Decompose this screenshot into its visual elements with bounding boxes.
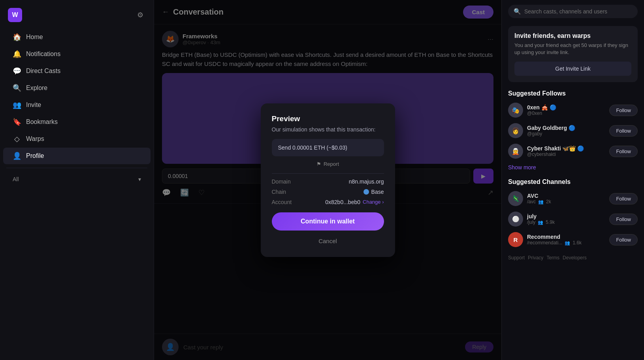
account-value: 0x82b0...beb0 Change › (325, 199, 384, 205)
show-more-button[interactable]: Show more (508, 164, 638, 171)
search-input[interactable] (524, 8, 632, 15)
explore-icon: 🔍 (13, 84, 21, 92)
domain-row: Domain n8n.majus.org (272, 178, 384, 185)
channel-avatar: R (508, 232, 523, 247)
sidebar-item-invite[interactable]: 👥Invite (3, 97, 151, 113)
change-account-link[interactable]: Change › (363, 199, 384, 205)
bookmarks-icon: 🔖 (13, 118, 21, 126)
sidebar-item-label: Explore (26, 84, 47, 92)
sidebar-item-warps[interactable]: ◇Warps (3, 131, 151, 147)
left-sidebar: W ⚙ 🏠Home🔔Notifications💬Direct Casts🔍Exp… (0, 0, 154, 360)
invite-card: Invite friends, earn warps You and your … (508, 26, 638, 82)
suggested-channel-item: 🦎 AVC /avc 👥 2k Follow (508, 191, 638, 206)
footer-link-terms[interactable]: Terms (546, 255, 559, 261)
sidebar-item-label: Bookmarks (26, 118, 58, 126)
sidebar-item-label: Invite (26, 101, 41, 109)
follow-info: Cyber Shakti 🦋👑 🔵 @cybershakti (527, 145, 605, 157)
account-label: Account (272, 199, 292, 205)
suggested-follows-title: Suggested Follows (508, 90, 638, 97)
channel-name: july (527, 213, 605, 219)
right-sidebar: 🔍 Invite friends, earn warps You and you… (502, 0, 644, 360)
follow-button[interactable]: Follow (609, 105, 638, 116)
sidebar-item-profile[interactable]: 👤Profile (3, 148, 151, 164)
search-box: 🔍 (508, 5, 638, 18)
chain-label: Chain (272, 189, 286, 195)
warps-icon: ◇ (13, 135, 21, 143)
sidebar-item-label: Warps (26, 135, 44, 142)
members-icon: 👥 (538, 220, 543, 225)
flag-icon: ⚑ (316, 161, 321, 167)
modal-subtitle: Our simulation shows that this transacti… (272, 126, 384, 133)
sidebar-item-label: Home (26, 34, 43, 41)
tx-text: Send 0.00001 ETH (~$0.03) (278, 144, 378, 151)
modal-overlay: Preview Our simulation shows that this t… (154, 0, 501, 360)
domain-label: Domain (272, 178, 291, 185)
members-icon: 👥 (565, 240, 570, 246)
channel-follow-button[interactable]: Follow (609, 214, 638, 225)
get-invite-link-button[interactable]: Get Invite Link (514, 62, 631, 76)
sidebar-item-home[interactable]: 🏠Home (3, 29, 151, 45)
suggested-follow-item: 🎭 0xen 🎪 🔵 @0xen Follow (508, 103, 638, 118)
follow-info: 0xen 🎪 🔵 @0xen (527, 104, 605, 116)
home-icon: 🏠 (13, 33, 21, 41)
channel-info: Recommend /recommendati... 👥 1.6k (527, 234, 605, 246)
tx-box: Send 0.00001 ETH (~$0.03) (272, 139, 384, 156)
account-row: Account 0x82b0...beb0 Change › (272, 199, 384, 205)
suggested-channels-title: Suggested Channels (508, 178, 638, 186)
chain-value: Base (363, 189, 384, 195)
cancel-button[interactable]: Cancel (272, 234, 384, 248)
nav-list: 🏠Home🔔Notifications💬Direct Casts🔍Explore… (0, 28, 154, 165)
channel-avatar: 🦎 (508, 191, 523, 206)
channel-meta: /july 👥 5.9k (527, 219, 605, 225)
sidebar-item-notifications[interactable]: 🔔Notifications (3, 46, 151, 62)
sidebar-header: W ⚙ (0, 5, 154, 28)
channel-name: Recommend (527, 234, 605, 240)
footer: SupportPrivacyTermsDevelopers (508, 255, 638, 261)
settings-icon[interactable]: ⚙ (135, 9, 146, 21)
suggested-follows-list: 🎭 0xen 🎪 🔵 @0xen Follow 👩 Gaby Goldberg … (508, 103, 638, 159)
members-icon: 👥 (538, 199, 544, 204)
follow-handle: @cybershakti (527, 152, 605, 157)
invite-icon: 👥 (13, 101, 21, 109)
follow-avatar: 👩 (508, 123, 523, 138)
direct-casts-icon: 💬 (13, 67, 21, 75)
follow-name: Cyber Shakti 🦋👑 🔵 (527, 145, 605, 152)
invite-description: You and your friend each get 50 warps if… (514, 42, 631, 56)
chain-dot-icon (363, 189, 369, 195)
footer-link-privacy[interactable]: Privacy (528, 255, 543, 261)
domain-value: n8n.majus.org (349, 178, 384, 185)
preview-modal: Preview Our simulation shows that this t… (261, 103, 395, 257)
follow-button[interactable]: Follow (609, 125, 638, 137)
sidebar-item-bookmarks[interactable]: 🔖Bookmarks (3, 114, 151, 130)
sidebar-item-direct-casts[interactable]: 💬Direct Casts (3, 63, 151, 79)
follow-handle: @0xen (527, 111, 605, 116)
suggested-channel-item: R Recommend /recommendati... 👥 1.6k Foll… (508, 232, 638, 247)
report-button[interactable]: ⚑ Report (272, 161, 384, 167)
sidebar-item-label: Direct Casts (26, 68, 60, 75)
user-avatar-icon[interactable]: W (8, 8, 22, 22)
follow-handle: @gaby (527, 131, 605, 137)
suggested-channel-item: ⚪ july /july 👥 5.9k Follow (508, 212, 638, 227)
channel-info: AVC /avc 👥 2k (527, 193, 605, 204)
follow-name: Gaby Goldberg 🔵 (527, 125, 605, 131)
channel-name: AVC (527, 193, 605, 199)
search-icon: 🔍 (514, 8, 521, 15)
follow-avatar: 🧝 (508, 144, 523, 159)
sidebar-item-label: Notifications (26, 51, 60, 58)
channel-info: july /july 👥 5.9k (527, 213, 605, 225)
main-panel: ← Conversation Cast 🦊 Frameworks @0xpero… (154, 0, 502, 360)
sidebar-item-explore[interactable]: 🔍Explore (3, 80, 151, 96)
channel-follow-button[interactable]: Follow (609, 234, 638, 246)
profile-icon: 👤 (13, 152, 21, 160)
footer-link-support[interactable]: Support (508, 255, 525, 261)
channel-meta: /recommendati... 👥 1.6k (527, 240, 605, 246)
suggested-follow-item: 🧝 Cyber Shakti 🦋👑 🔵 @cybershakti Follow (508, 144, 638, 159)
channel-follow-button[interactable]: Follow (609, 193, 638, 204)
chevron-down-icon: ▾ (138, 176, 141, 182)
continue-wallet-button[interactable]: Continue in wallet (272, 212, 384, 231)
footer-link-developers[interactable]: Developers (563, 255, 587, 261)
channel-avatar: ⚪ (508, 212, 523, 227)
all-filter[interactable]: All ▾ (3, 173, 151, 186)
follow-name: 0xen 🎪 🔵 (527, 104, 605, 111)
follow-button[interactable]: Follow (609, 146, 638, 157)
